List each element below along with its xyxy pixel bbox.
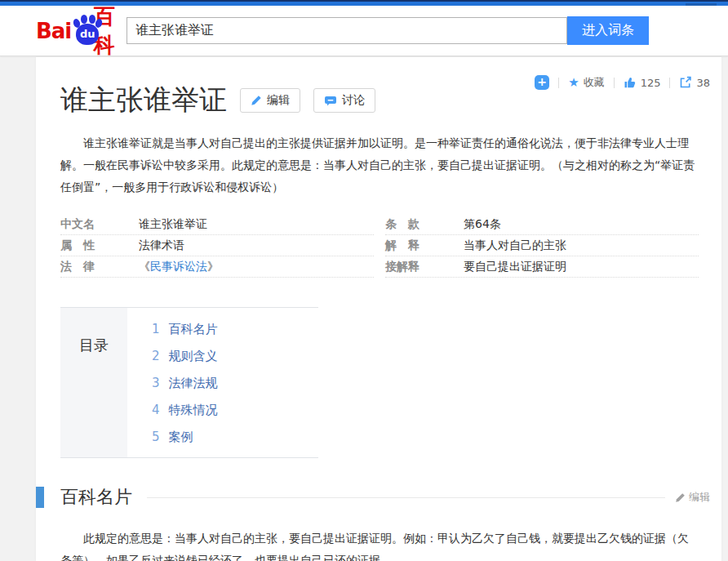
page-title: 谁主张谁举证	[60, 85, 227, 115]
info-row-attribute: 属 性 法律术语	[60, 235, 374, 256]
section-title: 百科名片	[60, 485, 132, 510]
info-label: 解 释	[385, 238, 464, 253]
toc-item-5[interactable]: 5案例	[152, 424, 218, 451]
baidu-paw-icon: du	[72, 14, 92, 48]
section-edit-button[interactable]: 编辑	[675, 490, 710, 505]
divider	[558, 78, 559, 88]
divider	[669, 78, 670, 88]
info-row-law: 法 律 《民事诉讼法》	[60, 256, 374, 278]
favorite-label: 收藏	[584, 75, 605, 90]
like-button[interactable]: 125	[624, 76, 661, 89]
share-button[interactable]: 38	[679, 76, 710, 89]
basic-info-table: 中文名 谁主张谁举证 属 性 法律术语 法 律 《民事诉讼法》 条 款 第64条…	[60, 214, 699, 278]
share-count: 38	[696, 77, 710, 89]
article-actions: + ★ 收藏 125 38	[535, 75, 710, 90]
pencil-icon	[675, 492, 686, 503]
basic-info-right-column: 条 款 第64条 解 释 当事人对自己的主张 接解释 要自己提出证据证明	[385, 214, 699, 278]
edit-label: 编辑	[267, 93, 290, 108]
toc-item-2[interactable]: 2规则含义	[152, 343, 218, 370]
article-summary: 谁主张谁举证就是当事人对自己提出的主张提供证据并加以证明。是一种举证责任的通俗化…	[60, 132, 699, 198]
toc-item-4[interactable]: 4特殊情况	[152, 397, 218, 424]
share-plus-icon[interactable]: +	[535, 75, 549, 90]
like-count: 125	[641, 77, 661, 89]
info-value: 《民事诉讼法》	[139, 260, 219, 274]
search-input[interactable]	[127, 17, 567, 44]
baidu-baike-logo[interactable]: Bai du 百科	[36, 2, 121, 60]
section-body-text: 此规定的意思是：当事人对自己的主张，要自己提出证据证明。例如：甲认为乙欠了自己钱…	[60, 528, 699, 561]
logo-text-du: du	[76, 24, 99, 45]
toc-list: 1百科名片 2规则含义 3法律法规 4特殊情况 5案例	[127, 308, 218, 457]
favorite-button[interactable]: ★ 收藏	[568, 75, 604, 90]
info-row-chinese-name: 中文名 谁主张谁举证	[60, 214, 374, 235]
civil-procedure-law-link[interactable]: 民事诉讼法	[150, 260, 207, 273]
section-divider-line	[147, 497, 665, 498]
info-label: 接解释	[385, 260, 464, 274]
section-header: 百科名片 编辑	[36, 485, 721, 510]
logo-text-bai: Bai	[36, 19, 71, 43]
toc-title: 目录	[60, 308, 127, 457]
info-value: 法律术语	[139, 238, 184, 253]
section-accent-bar	[36, 487, 44, 508]
edit-button[interactable]: 编辑	[240, 88, 300, 113]
pencil-icon	[251, 95, 262, 106]
info-row-sub-explanation: 接解释 要自己提出证据证明	[385, 256, 699, 278]
star-icon: ★	[568, 77, 579, 89]
divider	[614, 78, 615, 88]
enter-entry-button[interactable]: 进入词条	[567, 16, 649, 45]
thumbs-up-icon	[624, 76, 637, 89]
article-content: + ★ 收藏 125 38 谁主张谁举证 编	[36, 57, 721, 561]
info-row-explanation: 解 释 当事人对自己的主张	[385, 235, 699, 256]
toc-item-3[interactable]: 3法律法规	[152, 370, 218, 397]
discuss-button[interactable]: 讨论	[313, 88, 375, 113]
chat-bubble-icon	[324, 95, 337, 106]
info-value: 谁主张谁举证	[139, 217, 207, 232]
basic-info-left-column: 中文名 谁主张谁举证 属 性 法律术语 法 律 《民事诉讼法》	[60, 214, 374, 278]
info-label: 法 律	[60, 260, 139, 274]
discuss-label: 讨论	[342, 93, 365, 108]
info-value: 第64条	[464, 217, 501, 232]
info-value: 要自己提出证据证明	[464, 260, 566, 274]
info-label: 中文名	[60, 217, 139, 232]
info-row-clause: 条 款 第64条	[385, 214, 699, 235]
site-header: Bai du 百科 进入词条	[0, 6, 728, 56]
info-value: 当事人对自己的主张	[464, 238, 566, 253]
share-icon	[679, 76, 692, 89]
toc-item-1[interactable]: 1百科名片	[152, 316, 218, 343]
info-label: 条 款	[385, 217, 464, 232]
table-of-contents: 目录 1百科名片 2规则含义 3法律法规 4特殊情况 5案例	[60, 307, 318, 458]
section-edit-label: 编辑	[689, 490, 710, 505]
info-label: 属 性	[60, 238, 139, 253]
